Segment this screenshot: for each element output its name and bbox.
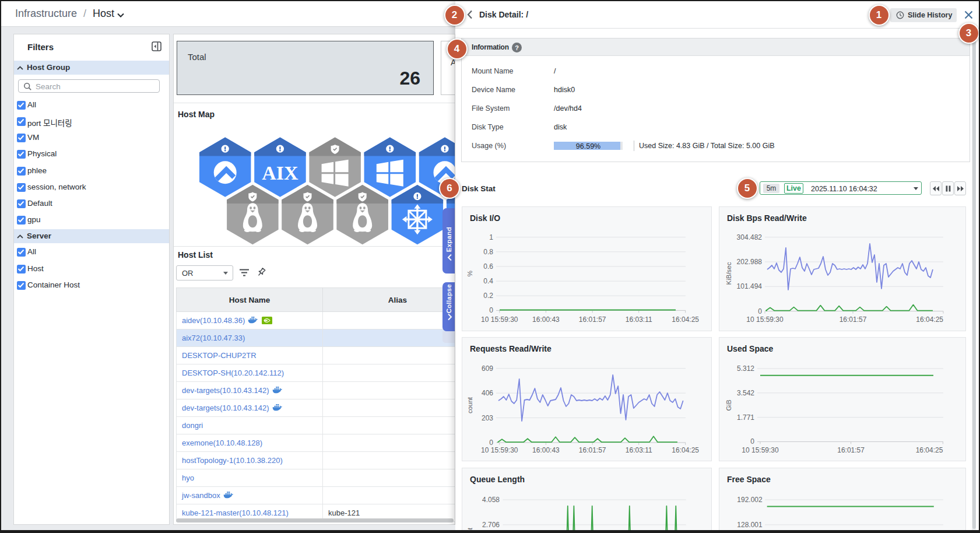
- svg-text:406: 406: [482, 389, 493, 397]
- svg-text:2.706: 2.706: [482, 521, 500, 529]
- svg-text:16:01:57: 16:01:57: [579, 446, 606, 454]
- svg-text:10 15:59:30: 10 15:59:30: [746, 315, 784, 324]
- svg-text:609: 609: [482, 364, 493, 373]
- svg-text:16:04:25: 16:04:25: [672, 315, 699, 324]
- svg-text:0: 0: [750, 437, 754, 446]
- svg-text:16:03:11: 16:03:11: [626, 446, 652, 454]
- svg-text:16:01:57: 16:01:57: [840, 315, 867, 324]
- svg-text:0.4: 0.4: [483, 277, 493, 285]
- svg-text:?: ?: [515, 44, 519, 51]
- svg-text:16:01:57: 16:01:57: [579, 315, 606, 324]
- svg-text:0: 0: [489, 306, 493, 314]
- svg-text:203: 203: [482, 414, 493, 422]
- svg-text:304.482: 304.482: [737, 233, 763, 241]
- svg-text:1.771: 1.771: [737, 413, 754, 422]
- svg-text:101.494: 101.494: [737, 282, 763, 290]
- svg-text:count: count: [466, 397, 473, 413]
- svg-text:0.8: 0.8: [483, 248, 493, 256]
- svg-text:AIX: AIX: [262, 162, 298, 184]
- svg-text:16:00:43: 16:00:43: [532, 446, 560, 454]
- svg-text:GiB: GiB: [725, 399, 732, 411]
- svg-text:10 15:59:30: 10 15:59:30: [742, 446, 779, 454]
- svg-text:16:03:11: 16:03:11: [626, 315, 652, 324]
- svg-text:0: 0: [758, 307, 762, 315]
- svg-text:202.988: 202.988: [737, 258, 763, 266]
- svg-text:3.542: 3.542: [737, 389, 754, 397]
- svg-text:16:00:43: 16:00:43: [532, 315, 560, 324]
- svg-text:16:04:25: 16:04:25: [916, 446, 943, 454]
- svg-text:0.2: 0.2: [483, 292, 493, 300]
- svg-text:10 15:59:30: 10 15:59:30: [481, 446, 518, 454]
- svg-text:128.001: 128.001: [737, 521, 763, 529]
- svg-text:5.312: 5.312: [737, 364, 754, 373]
- svg-text:192.002: 192.002: [737, 496, 763, 504]
- svg-text:16:04:25: 16:04:25: [916, 315, 943, 324]
- svg-text:1: 1: [489, 233, 493, 241]
- svg-text:4.058: 4.058: [482, 496, 500, 504]
- svg-text:0.6: 0.6: [483, 262, 493, 271]
- svg-text:%: %: [466, 271, 473, 276]
- svg-text:KiB/sec: KiB/sec: [725, 262, 732, 285]
- svg-text:16:04:25: 16:04:25: [672, 446, 699, 454]
- svg-text:10 15:59:30: 10 15:59:30: [481, 315, 518, 324]
- svg-text:16:01:57: 16:01:57: [837, 446, 865, 454]
